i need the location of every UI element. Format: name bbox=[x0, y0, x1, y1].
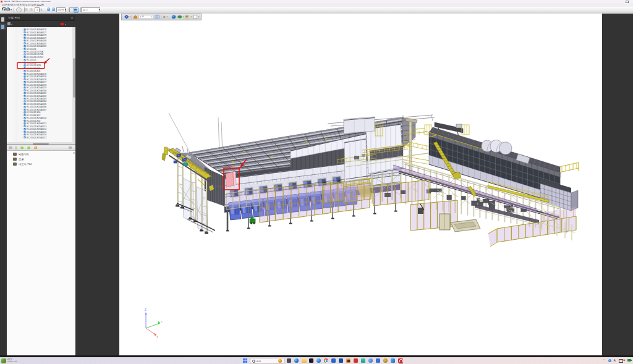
svg-text:EC-01013-E23A4582: EC-01013-E23A4582 bbox=[27, 95, 46, 98]
svg-text:EC-01024: EC-01024 bbox=[27, 48, 36, 51]
svg-text:EC-01013-E23A4579: EC-01013-E23A4579 bbox=[27, 87, 46, 89]
svg-text:EC-01001-E23A4517: EC-01001-E23A4517 bbox=[27, 137, 46, 139]
svg-text:EC-01001-E03A4581: EC-01001-E03A4581 bbox=[27, 43, 46, 45]
svg-text:EC-01013-E23A4513: EC-01013-E23A4513 bbox=[27, 125, 46, 128]
svg-text:EC-01013-E23A4577: EC-01013-E23A4577 bbox=[27, 81, 46, 83]
svg-text:Y: Y bbox=[161, 321, 163, 324]
svg-text:EC-01013-E23A4576: EC-01013-E23A4576 bbox=[27, 73, 46, 75]
svg-text:Z: Z bbox=[145, 308, 147, 311]
svg-text:EC-01001-E23A4515: EC-01001-E23A4515 bbox=[27, 131, 46, 133]
svg-text:EC-01013-E23A4578: EC-01013-E23A4578 bbox=[27, 84, 46, 87]
svg-text:EC-01002-E03A4580: EC-01002-E03A4580 bbox=[27, 40, 46, 42]
svg-text:EC-01001-E03A4579: EC-01001-E03A4579 bbox=[27, 37, 46, 40]
svg-text:EC-01024#4576A: EC-01024#4576A bbox=[27, 51, 44, 53]
svg-text:EC-01024#4576C: EC-01024#4576C bbox=[27, 56, 44, 59]
svg-text:EC-01013-E23A4510: EC-01013-E23A4510 bbox=[27, 117, 46, 119]
svg-text:EC-01002-E03A4582: EC-01002-E03A4582 bbox=[27, 45, 46, 48]
svg-text:EC-01001-E52: EC-01001-E52 bbox=[27, 120, 41, 122]
svg-text:EC-01013-E23A4586: EC-01013-E23A4586 bbox=[27, 106, 46, 108]
svg-text:EC-01001-E03A4576: EC-01001-E03A4576 bbox=[27, 28, 46, 31]
svg-text:EC-01013-E23A4587: EC-01013-E23A4587 bbox=[27, 109, 46, 111]
svg-text:EC-01082-E56: EC-01082-E56 bbox=[27, 111, 41, 114]
svg-text:EC-01013-E23A4584: EC-01013-E23A4584 bbox=[27, 100, 46, 103]
svg-text:EC-01013-E23A4580: EC-01013-E23A4580 bbox=[27, 90, 46, 92]
svg-text:EC-01013-E2N: EC-01013-E2N bbox=[27, 64, 41, 67]
svg-text:EC-01013-E23A4576: EC-01013-E23A4576 bbox=[27, 75, 46, 78]
svg-text:EC-01001-E03A4578: EC-01001-E03A4578 bbox=[27, 34, 46, 36]
svg-text:EC-01013-E23A4576: EC-01013-E23A4576 bbox=[27, 78, 46, 81]
svg-text:EC-01013-E23A4516: EC-01013-E23A4516 bbox=[27, 133, 46, 136]
svg-text:EC-01001-E03A4512: EC-01001-E03A4512 bbox=[27, 122, 46, 125]
svg-text:EC-01013-E23A4581: EC-01013-E23A4581 bbox=[27, 92, 46, 95]
svg-text:X: X bbox=[156, 336, 158, 339]
svg-text:EC-01013-E21: EC-01013-E21 bbox=[27, 70, 41, 72]
svg-text:EC-01001-E03A4577: EC-01001-E03A4577 bbox=[27, 32, 46, 34]
svg-text:EC-01013-E23A4585: EC-01013-E23A4585 bbox=[27, 103, 46, 106]
svg-text:EC-01084-E57: EC-01084-E57 bbox=[27, 114, 41, 117]
svg-text:EC-01025: EC-01025 bbox=[27, 59, 36, 61]
svg-text:EC-01013-E23A4583: EC-01013-E23A4583 bbox=[27, 98, 46, 100]
svg-text:EC-01001-E23A4514: EC-01001-E23A4514 bbox=[27, 128, 46, 130]
svg-text:EC-01024#4576B: EC-01024#4576B bbox=[27, 53, 44, 56]
